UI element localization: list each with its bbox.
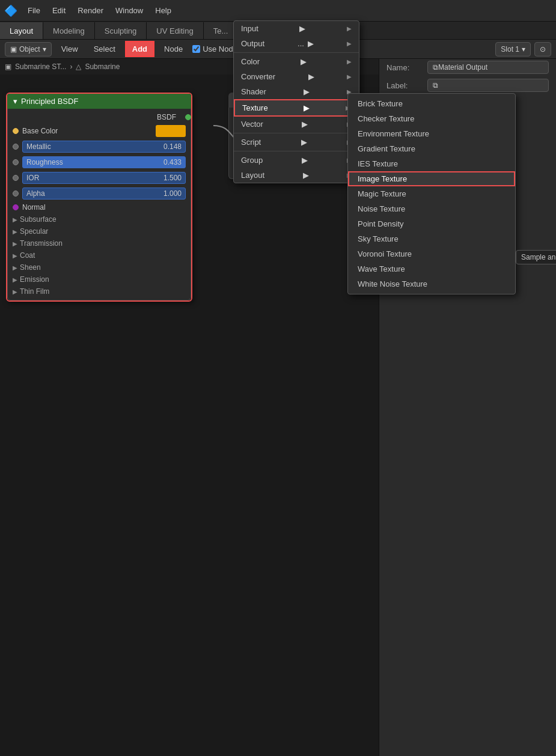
view-btn[interactable]: View (55, 42, 84, 56)
mode-chevron: ▾ (43, 45, 46, 53)
texture-noise[interactable]: Noise Texture (348, 201, 515, 216)
slot-dropdown[interactable]: Slot 1 ▾ (495, 42, 531, 56)
sphere-btn[interactable]: ⊙ (534, 42, 551, 56)
normal-label: Normal (22, 203, 186, 212)
add-menu-output[interactable]: Output ...▶ (234, 36, 359, 51)
texture-point-density[interactable]: Point Density (348, 216, 515, 231)
alpha-label: Alpha (26, 189, 45, 198)
tab-uv-editing[interactable]: UV Editing (147, 22, 203, 39)
transmission-chevron: ▶ (13, 240, 17, 247)
breadcrumb-arrow: › (70, 62, 72, 71)
label-value-field[interactable]: ⧉ (427, 79, 549, 92)
slot-chevron: ▾ (522, 45, 525, 53)
alpha-field[interactable]: Alpha 1.000 (22, 187, 186, 200)
base-color-socket[interactable] (13, 128, 19, 134)
texture-image[interactable]: Image Texture (348, 171, 515, 186)
texture-gradient[interactable]: Gradient Texture (348, 141, 515, 156)
texture-voronoi[interactable]: Voronoi Texture (348, 246, 515, 261)
roughness-socket[interactable] (13, 159, 19, 165)
ior-row: IOR 1.500 (8, 170, 191, 186)
add-menu-color[interactable]: Color ▶ (234, 54, 359, 69)
emission-label: Emission (20, 275, 49, 284)
menu-render[interactable]: Render (72, 4, 109, 17)
alpha-socket[interactable] (13, 191, 19, 197)
add-menu-layout[interactable]: Layout ▶ (234, 168, 359, 183)
texture-wave[interactable]: Wave Texture (348, 261, 515, 276)
alpha-value: 1.000 (163, 189, 182, 198)
texture-magic[interactable]: Magic Texture (348, 186, 515, 201)
add-menu-script[interactable]: Script ▶ (234, 135, 359, 150)
menu-window[interactable]: Window (109, 4, 149, 17)
menu-edit[interactable]: Edit (46, 4, 72, 17)
add-menu-input[interactable]: Input ▶ (234, 21, 359, 36)
menu-help[interactable]: Help (149, 4, 177, 17)
menu-file[interactable]: File (22, 4, 46, 17)
select-btn[interactable]: Select (88, 42, 121, 56)
mode-button[interactable]: ▣ Object ▾ (5, 42, 52, 56)
texture-brick[interactable]: Brick Texture (348, 96, 515, 111)
specular-chevron: ▶ (13, 228, 17, 235)
subsurface-section[interactable]: ▶ Subsurface (8, 213, 191, 225)
add-menu-shader[interactable]: Shader ▶ (234, 84, 359, 99)
add-menu-texture[interactable]: Texture ▶ (234, 99, 359, 117)
bsdf-socket-out[interactable] (185, 114, 191, 120)
base-color-label: Base Color (22, 127, 156, 135)
metallic-label: Metallic (26, 142, 51, 151)
add-menu-input-label: Input (241, 24, 258, 33)
texture-environment[interactable]: Environment Texture (348, 126, 515, 141)
texture-ies[interactable]: IES Texture (348, 156, 515, 171)
name-value-field[interactable]: ⧉ Material Output (427, 61, 549, 74)
alpha-row: Alpha 1.000 (8, 186, 191, 201)
add-menu-vector[interactable]: Vector ▶ (234, 117, 359, 132)
roughness-label: Roughness (26, 158, 63, 166)
base-color-swatch[interactable] (156, 125, 186, 137)
thin-film-chevron: ▶ (13, 288, 17, 295)
metallic-value: 0.148 (163, 142, 182, 151)
mode-icon: ▣ (10, 45, 17, 53)
sphere-icon: ⊙ (540, 45, 546, 53)
image-texture-tooltip: Sample an ima (516, 250, 556, 264)
add-menu-group[interactable]: Group ▶ (234, 153, 359, 168)
texture-white-noise[interactable]: White Noise Texture (348, 276, 515, 291)
node-btn[interactable]: Node (158, 42, 189, 56)
tab-layout[interactable]: Layout (0, 22, 43, 39)
add-menu-color-label: Color (241, 57, 260, 66)
ior-field[interactable]: IOR 1.500 (22, 172, 186, 184)
texture-submenu: Brick Texture Checker Texture Environmen… (347, 93, 516, 294)
sheen-section[interactable]: ▶ Sheen (8, 261, 191, 273)
add-menu-texture-label: Texture (242, 103, 268, 112)
bsdf-header: ▾ Principled BSDF (7, 94, 191, 109)
ior-socket[interactable] (13, 175, 19, 181)
tab-sculpting[interactable]: Sculpting (95, 22, 147, 39)
add-menu-layout-label: Layout (241, 171, 264, 180)
thin-film-section[interactable]: ▶ Thin Film (8, 285, 191, 297)
tab-modeling[interactable]: Modeling (43, 22, 95, 39)
add-menu-group-label: Group (241, 156, 263, 165)
label-row: Label: ⧉ (379, 76, 556, 94)
ior-value: 1.500 (163, 174, 182, 182)
metallic-row: Metallic 0.148 (8, 139, 191, 154)
add-menu-converter[interactable]: Converter ▶ (234, 69, 359, 84)
metallic-field[interactable]: Metallic 0.148 (22, 141, 186, 153)
emission-chevron: ▶ (13, 276, 17, 283)
obj-icon: △ (76, 62, 81, 71)
principled-bsdf-node: ▾ Principled BSDF BSDF Base Color Metall… (6, 93, 192, 302)
bsdf-output-label: BSDF (157, 113, 176, 121)
roughness-row: Roughness 0.433 (8, 154, 191, 170)
metallic-socket[interactable] (13, 144, 19, 150)
texture-sky[interactable]: Sky Texture (348, 231, 515, 246)
coat-section[interactable]: ▶ Coat (8, 249, 191, 261)
specular-section[interactable]: ▶ Specular (8, 225, 191, 237)
normal-socket[interactable] (13, 204, 19, 210)
roughness-field[interactable]: Roughness 0.433 (22, 156, 186, 168)
name-value: Material Output (438, 63, 487, 72)
use-nodes-checkbox[interactable] (192, 45, 200, 53)
texture-checker[interactable]: Checker Texture (348, 111, 515, 126)
output-dots: ... (298, 39, 304, 48)
add-btn[interactable]: Add (125, 41, 154, 57)
transmission-section[interactable]: ▶ Transmission (8, 237, 191, 249)
mode-label: Object (19, 45, 40, 53)
coat-chevron: ▶ (13, 252, 17, 259)
scene-name: Submarine ST... (15, 62, 66, 71)
emission-section[interactable]: ▶ Emission (8, 273, 191, 285)
